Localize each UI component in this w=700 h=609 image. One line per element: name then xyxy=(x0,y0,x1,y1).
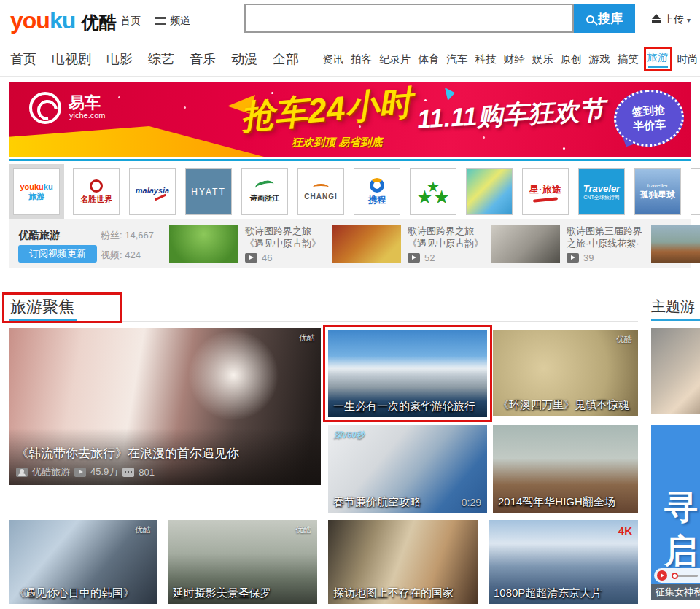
partner-travel-show[interactable] xyxy=(466,168,513,215)
comments-icon xyxy=(122,468,134,477)
yiche-domain: yiche.com xyxy=(69,111,106,120)
partner-malaysia-airlines[interactable]: malaysia xyxy=(129,168,176,215)
play-button-icon[interactable] xyxy=(657,570,667,581)
video-thumbnail[interactable] xyxy=(169,225,238,263)
section-title-travel-focus[interactable]: 旅游聚焦 xyxy=(10,296,74,318)
nav-item-财经[interactable]: 财经 xyxy=(504,53,525,66)
featured-video[interactable]: 优酷 《韩流带你去旅行》在浪漫的首尔遇见你 优酷旅游 45.9万 801 xyxy=(9,328,321,485)
video-title: 春节廉价航空攻略 xyxy=(333,495,484,509)
play-count-icon xyxy=(567,253,579,263)
video-tile-unmapped-country[interactable]: 探访地图上不存在的国家 xyxy=(328,520,478,604)
nav-item-首页[interactable]: 首页 xyxy=(10,50,36,68)
partner-mingsheng-world[interactable]: 名胜世界 xyxy=(73,168,120,215)
partner-star-journey[interactable]: 星·旅途 xyxy=(522,168,569,215)
banner-tagline: 狂欢到顶 易省到底 xyxy=(292,136,382,150)
banner-signin-badge[interactable]: 签到抢半价车 xyxy=(612,88,685,150)
search-input[interactable] xyxy=(244,4,574,33)
video-tile-sao-paulo[interactable]: 优酷 延时摄影美景圣保罗 xyxy=(168,520,317,604)
youku-travel-page: youku 优酷 首页 频道 搜库 上传 ▾ 首页电视剧电影综艺音乐动漫全部 资… xyxy=(0,0,700,609)
nav-item-音乐[interactable]: 音乐 xyxy=(190,50,216,68)
nav-secondary: 资讯拍客纪录片体育汽车科技财经娱乐原创游戏搞笑旅游时尚亲子教育 xyxy=(322,47,700,71)
video-tile-tokyo-4k[interactable]: 4K 1080P超超清东京大片 xyxy=(489,520,638,604)
header-home-link[interactable]: 首页 xyxy=(120,15,141,28)
video-tile-2014-festival[interactable]: 2014驾年华HIGH翻全场 xyxy=(493,425,638,513)
partner-youku-travel[interactable]: youkuku 旅游 xyxy=(13,168,60,215)
nav-item-时尚[interactable]: 时尚 xyxy=(677,53,699,66)
nav-item-电影[interactable]: 电影 xyxy=(106,50,133,68)
partner-changi-airport[interactable]: CHANGI xyxy=(298,168,344,215)
search-button[interactable]: 搜库 xyxy=(574,4,635,33)
subscribe-button[interactable]: 订阅视频更新 xyxy=(18,245,97,263)
partner-green-stars[interactable]: ★★★ xyxy=(410,168,456,215)
nav-item-搞笑[interactable]: 搞笑 xyxy=(618,53,639,66)
partner-logo-strip: youkuku 旅游 名胜世界 malaysia HYATT 诗画浙江 CHAN… xyxy=(9,165,700,219)
partner-cn-traveler[interactable]: TravelerCNT全球旅行网 xyxy=(578,168,625,215)
partner-ctrip[interactable]: 携程 xyxy=(354,168,400,215)
nav-item-原创[interactable]: 原创 xyxy=(561,53,582,66)
progress-slider[interactable] xyxy=(672,575,698,577)
upload-button[interactable]: 上传 ▾ xyxy=(651,13,691,26)
latest-video-item xyxy=(651,225,700,263)
video-meta: 46 xyxy=(245,252,327,263)
play-count-icon xyxy=(408,253,420,263)
youku-logo[interactable]: youku 优酷 xyxy=(10,7,117,34)
video-tile-budget-airline[interactable]: 深V60秒 0:29 春节廉价航空攻略 xyxy=(328,425,487,513)
main-nav: 首页电视剧电影综艺音乐动漫全部 资讯拍客纪录片体育汽车科技财经娱乐原创游戏搞笑旅… xyxy=(0,42,700,77)
search-icon xyxy=(586,15,594,23)
nav-item-综艺[interactable]: 综艺 xyxy=(148,50,174,68)
partner-lonely-planet[interactable]: traveller孤独星球 xyxy=(634,168,681,215)
video-title: 延时摄影美景圣保罗 xyxy=(173,586,314,600)
upload-icon xyxy=(651,14,661,23)
slash-icon xyxy=(155,193,166,200)
video-tile-cruise[interactable]: 一生必有一次的豪华游轮旅行 xyxy=(328,330,487,417)
video-title[interactable]: 歌诗图第三届跨界之旅·中原线花絮· xyxy=(567,225,648,249)
video-title: 1080P超超清东京大片 xyxy=(494,586,635,600)
uploader-icon xyxy=(16,468,28,477)
nav-item-纪录片[interactable]: 纪录片 xyxy=(379,53,411,66)
nav-item-汽车[interactable]: 汽车 xyxy=(447,53,468,66)
header-channels-link[interactable]: 频道 xyxy=(155,15,190,28)
nav-item-旅游[interactable]: 旅游 xyxy=(644,47,672,71)
fans-stat: 粉丝: 14,667 xyxy=(101,229,154,242)
banner-ad[interactable]: 易车 yiche.com 抢车24小时 11.11购车狂欢节 狂欢到顶 易省到底… xyxy=(9,82,691,157)
nav-item-拍客[interactable]: 拍客 xyxy=(351,53,372,66)
play-count-icon xyxy=(245,253,257,263)
banner-decor-triangle xyxy=(9,126,264,157)
nav-item-娱乐[interactable]: 娱乐 xyxy=(532,53,553,66)
partner-hyatt[interactable]: HYATT xyxy=(185,168,232,215)
partner-clipped[interactable] xyxy=(691,168,700,215)
channel-strip: 优酷旅游 订阅视频更新 粉丝: 14,667 视频: 424 歌诗图跨界之旅《遇… xyxy=(9,219,691,268)
latest-video-item: 歌诗图跨界之旅《遇见中原古韵》 52 xyxy=(332,225,489,263)
latest-video-item: 歌诗图跨界之旅《遇见中原古韵》 46 xyxy=(169,225,327,263)
video-title[interactable]: 歌诗图跨界之旅《遇见中原古韵》 xyxy=(245,225,327,249)
ad-caption: 征集女神私 xyxy=(651,584,700,600)
slider-knob[interactable] xyxy=(672,573,678,579)
video-thumbnail[interactable] xyxy=(651,225,700,263)
theme-tour-tile[interactable] xyxy=(651,328,700,414)
nav-item-资讯[interactable]: 资讯 xyxy=(322,53,343,66)
nav-item-体育[interactable]: 体育 xyxy=(419,53,440,66)
yiche-logo-icon xyxy=(29,92,61,124)
nav-item-动漫[interactable]: 动漫 xyxy=(231,50,257,68)
ring-icon xyxy=(90,179,103,193)
video-tile-korea[interactable]: 优酷 《遇见你心目中的韩国》 xyxy=(9,520,157,604)
video-thumbnail[interactable] xyxy=(332,225,401,263)
video-tile-ghost-town[interactable]: 优酷 《环澳四万里》鬼镇不惊魂 xyxy=(493,330,638,416)
right-video-ad[interactable]: 寻 启 征集女神私 xyxy=(651,425,700,600)
nav-item-科技[interactable]: 科技 xyxy=(475,53,497,66)
nav-item-全部[interactable]: 全部 xyxy=(273,50,299,68)
nav-item-游戏[interactable]: 游戏 xyxy=(589,53,610,66)
section-divider-line xyxy=(9,159,691,161)
nav-item-电视剧[interactable]: 电视剧 xyxy=(52,50,91,68)
youku-watermark: 优酷 xyxy=(135,524,151,535)
plays-icon xyxy=(74,468,86,477)
section-title-theme-tours[interactable]: 主题游 xyxy=(651,297,695,317)
channel-name: 优酷旅游 xyxy=(19,229,60,242)
ad-player-controls[interactable] xyxy=(654,568,700,583)
banner-decor-triangle xyxy=(445,88,455,101)
video-title[interactable]: 歌诗图跨界之旅《遇见中原古韵》 xyxy=(408,225,489,249)
partner-zhejiang-tourism[interactable]: 诗画浙江 xyxy=(241,168,288,215)
video-meta: 39 xyxy=(567,252,648,263)
video-thumbnail[interactable] xyxy=(491,225,560,263)
dolphin-icon xyxy=(370,178,384,193)
